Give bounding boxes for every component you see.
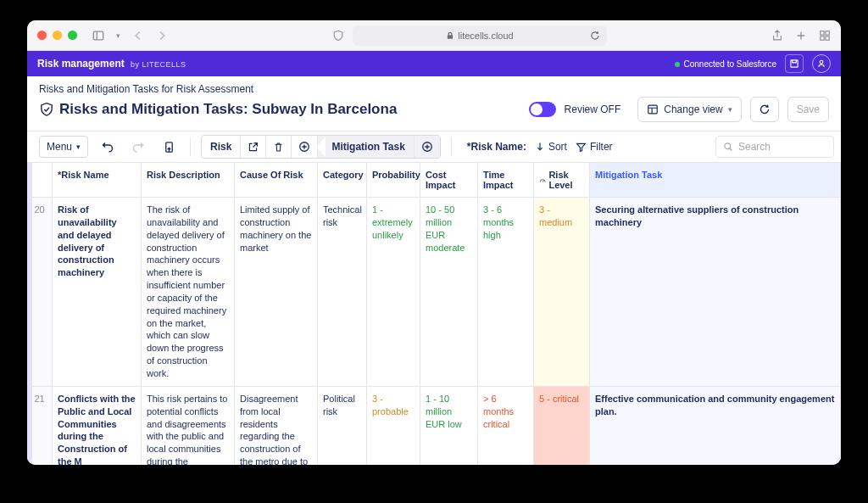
cell-risk-level[interactable]: 5 - critical [534,387,590,465]
search-placeholder: Search [738,141,771,153]
cell-cost[interactable]: 10 - 50 million EUR moderate [420,198,478,387]
plus-circle-icon [298,141,310,153]
app-brand: Risk management by LITECELLS [37,58,186,70]
titlebar-right-icons [771,30,831,42]
lock-icon [446,31,454,40]
col-category[interactable]: Category [318,163,367,198]
back-button[interactable] [132,30,144,42]
risk-name-label: *Risk Name: [467,141,526,153]
breadcrumb[interactable]: Risks and Mitigation Tasks for Risk Asse… [39,83,829,95]
chevron-down-icon[interactable]: ▾ [116,31,120,40]
app-brand-name: Risk management [37,58,125,70]
cell-mitigation[interactable]: Securing alternative suppliers of constr… [590,198,841,387]
save-state-icon[interactable] [785,54,804,73]
share-icon[interactable] [771,30,783,42]
svg-rect-6 [821,36,824,39]
mitigation-segment[interactable]: Mitigation Task [318,136,414,158]
titlebar-left-icons: ▾ [92,30,168,42]
chevron-down-icon: ▾ [76,143,81,151]
address-area: litecells.cloud [168,25,771,46]
app-bar: Risk management by LITECELLS Connected t… [27,51,841,76]
refresh-icon [759,103,771,115]
sort-button[interactable]: Sort [535,141,567,153]
cell-mitigation[interactable]: Effective communication and community en… [590,387,841,465]
cell-time[interactable]: > 6 months critical [478,387,534,465]
refresh-button[interactable] [750,97,779,122]
col-cause[interactable]: Cause Of Risk [235,163,318,198]
minimize-window-button[interactable] [53,31,62,40]
plus-circle-icon [421,141,433,153]
filter-icon [576,142,587,153]
delete-button[interactable] [266,136,292,158]
review-toggle[interactable] [529,102,556,117]
svg-rect-7 [826,36,829,39]
sidebar-toggle-icon[interactable] [92,30,104,42]
tabs-overview-icon[interactable] [819,30,831,42]
cell-risk-name[interactable]: Risk of unavailability and delayed deliv… [53,198,142,387]
address-url: litecells.cloud [458,31,513,41]
col-risk-description[interactable]: Risk Description [142,163,235,198]
page-header: Risks and Mitigation Tasks for Risk Asse… [27,76,841,131]
cell-risk-name[interactable]: Conflicts with the Public and Local Comm… [53,387,142,465]
app-brand-by: by LITECELLS [131,60,186,69]
cell-cause[interactable]: Limited supply of construction machinery… [235,198,318,387]
cell-probability[interactable]: 3 - probable [367,387,420,465]
undo-button[interactable] [97,136,119,158]
close-window-button[interactable] [37,31,47,40]
search-icon [723,142,733,152]
svg-rect-5 [826,31,829,34]
menu-button[interactable]: Menu▾ [39,136,88,158]
page-title: Risks and Mitigation Tasks: Subway In Ba… [59,101,397,118]
cell-risk-description[interactable]: This risk pertains to potential conflict… [142,387,235,465]
cell-probability[interactable]: 1 - extremely unlikely [367,198,420,387]
cell-category[interactable]: Political risk [318,387,367,465]
svg-rect-8 [791,60,798,67]
cell-cost[interactable]: 1 - 10 million EUR low [420,387,478,465]
col-time-impact[interactable]: Time Impact [478,163,534,198]
user-avatar[interactable] [812,54,831,73]
cell-cause[interactable]: Disagreement from local residents regard… [235,387,318,465]
gauge-icon [539,176,546,185]
browser-titlebar: ▾ litecells.cloud [27,20,841,51]
change-view-button[interactable]: Change view ▾ [637,97,741,122]
add-risk-button[interactable] [292,136,318,158]
redo-button[interactable] [127,136,149,158]
risk-segment[interactable]: Risk [202,136,241,158]
open-external-button[interactable] [241,136,266,158]
col-cost-impact[interactable]: Cost Impact [420,163,478,198]
data-grid: *Risk Name Risk Description Cause Of Ris… [27,163,841,465]
svg-line-24 [542,180,543,182]
shield-check-icon [39,102,54,117]
cell-category[interactable]: Technical risk [318,198,367,387]
save-button[interactable]: Save [787,97,829,122]
search-input[interactable]: Search [715,136,834,158]
connection-status: Connected to Salesforce [675,59,776,69]
svg-rect-0 [93,31,103,40]
add-mitigation-button[interactable] [415,136,440,158]
filter-button[interactable]: Filter [576,141,613,153]
layout-icon [647,103,659,115]
svg-rect-4 [821,31,824,34]
address-bar[interactable]: litecells.cloud [353,25,607,46]
reload-icon[interactable] [590,31,600,41]
col-risk-name[interactable]: *Risk Name [53,163,142,198]
col-mitigation[interactable]: Mitigation Task [590,163,841,198]
window-controls [37,31,77,40]
svg-point-22 [725,143,731,149]
forward-button[interactable] [156,30,168,42]
shield-icon[interactable] [332,30,344,42]
col-risk-level[interactable]: Risk Level [534,163,590,198]
trash-icon [273,142,284,153]
toolbar: Menu▾ Risk Mitigation Task *Risk Name: S… [27,131,841,163]
cell-risk-level[interactable]: 3 - medium [534,198,590,387]
new-tab-icon[interactable] [795,30,807,42]
export-button[interactable] [158,136,180,158]
review-label: Review OFF [565,103,621,115]
left-gutter [27,163,32,465]
cell-time[interactable]: 3 - 6 months high [478,198,534,387]
cell-risk-description[interactable]: The risk of unavailability and delayed d… [142,198,235,387]
sort-down-icon [535,142,545,152]
entity-segments: Risk Mitigation Task [201,135,441,159]
maximize-window-button[interactable] [68,31,77,40]
col-probability[interactable]: Probability [367,163,420,198]
